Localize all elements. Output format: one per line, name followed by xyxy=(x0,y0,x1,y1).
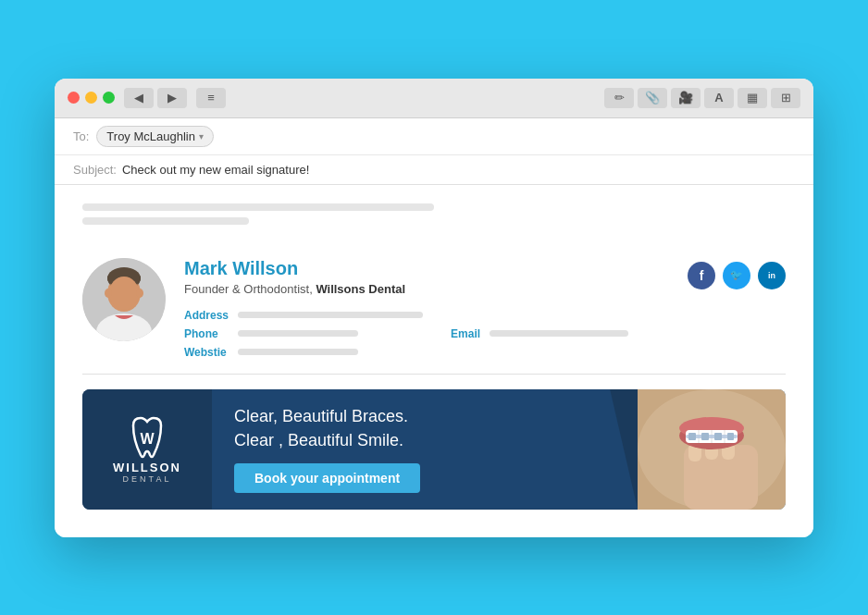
signature-card: Mark Willson Founder & Orthodontist, Wil… xyxy=(82,243,786,510)
grid-icon[interactable]: ⊞ xyxy=(771,88,800,108)
to-label: To: xyxy=(73,129,89,143)
email-value xyxy=(490,330,628,337)
tooth-logo: W WILLSON DENTAL xyxy=(113,414,181,485)
sig-title: Founder & Orthodontist, Willsons Dental xyxy=(184,282,669,296)
svg-point-7 xyxy=(105,289,112,298)
address-value xyxy=(238,312,423,318)
address-label: Address xyxy=(184,309,229,322)
chip-arrow: ▾ xyxy=(199,131,204,141)
to-row: To: Troy McLaughlin ▾ xyxy=(55,118,813,155)
svg-point-5 xyxy=(109,277,139,310)
ph-line-1 xyxy=(82,203,434,211)
phone-value xyxy=(238,330,358,337)
email-window: ◀ ▶ ≡ ✏ 📎 🎥 A ▦ ⊞ To: Troy McLaughlin ▾ … xyxy=(55,79,813,537)
email-label: Email xyxy=(451,327,480,340)
recipient-name: Troy McLaughlin xyxy=(106,129,195,143)
promo-banner: W WILLSON DENTAL Clear, Beautiful Braces… xyxy=(82,389,786,510)
banner-logo: W WILLSON DENTAL xyxy=(82,389,212,510)
svg-rect-25 xyxy=(714,433,722,440)
banner-content: Clear, Beautiful Braces. Clear , Beautif… xyxy=(212,389,638,510)
title-bar: ◀ ▶ ≡ ✏ 📎 🎥 A ▦ ⊞ xyxy=(55,79,813,118)
font-icon[interactable]: A xyxy=(704,88,734,108)
recipient-chip[interactable]: Troy McLaughlin ▾ xyxy=(96,126,214,147)
twitter-icon[interactable]: 🐦 xyxy=(723,262,750,289)
subject-label: Subject: xyxy=(73,163,117,177)
email-header: To: Troy McLaughlin ▾ Subject: Check out… xyxy=(55,118,813,185)
sig-name: Mark Willson xyxy=(184,258,669,279)
maximize-button[interactable] xyxy=(103,92,115,104)
svg-rect-23 xyxy=(688,433,696,440)
subject-text: Check out my new email signature! xyxy=(122,163,309,177)
nav-buttons: ◀ ▶ xyxy=(124,88,187,108)
compose-icon[interactable]: ✏ xyxy=(604,88,634,108)
toolbar-actions: ✏ 📎 🎥 A ▦ ⊞ xyxy=(604,88,800,108)
email-body: Mark Willson Founder & Orthodontist, Wil… xyxy=(55,185,813,537)
camera-icon[interactable]: 🎥 xyxy=(671,88,701,108)
facebook-icon[interactable]: f xyxy=(688,262,715,289)
website-value xyxy=(238,349,358,355)
traffic-lights xyxy=(68,92,115,104)
forward-icon[interactable]: ▶ xyxy=(157,88,187,108)
banner-tagline: Clear, Beautiful Braces. Clear , Beautif… xyxy=(234,405,615,451)
attach-icon[interactable]: 📎 xyxy=(638,88,667,108)
smile-illustration xyxy=(638,389,786,510)
banner-image xyxy=(638,389,786,510)
subject-row: Subject: Check out my new email signatur… xyxy=(55,155,813,184)
close-button[interactable] xyxy=(68,92,80,104)
avatar xyxy=(82,258,166,341)
minimize-button[interactable] xyxy=(85,92,97,104)
back-icon[interactable]: ◀ xyxy=(124,88,154,108)
sig-details: Mark Willson Founder & Orthodontist, Wil… xyxy=(184,258,669,359)
banner-brand-sub: DENTAL xyxy=(123,474,172,484)
website-label: Webstie xyxy=(184,346,229,359)
avatar-svg xyxy=(82,258,166,341)
svg-text:W: W xyxy=(140,431,155,447)
list-icon[interactable]: ≡ xyxy=(196,88,226,108)
ph-line-2 xyxy=(82,217,249,225)
linkedin-icon[interactable]: in xyxy=(758,262,786,289)
svg-point-8 xyxy=(136,289,143,298)
tooth-svg: W xyxy=(124,414,170,461)
book-appointment-button[interactable]: Book your appointment xyxy=(234,463,420,493)
sig-info: Mark Willson Founder & Orthodontist, Wil… xyxy=(82,243,786,375)
phone-label: Phone xyxy=(184,327,229,340)
svg-rect-24 xyxy=(701,433,709,440)
sig-fields: Address Phone Email Webstie xyxy=(184,309,669,359)
body-placeholder xyxy=(82,203,786,225)
image-icon[interactable]: ▦ xyxy=(738,88,767,108)
social-icons: f 🐦 in xyxy=(688,258,786,289)
svg-rect-26 xyxy=(727,433,734,440)
banner-brand-name: WILLSON xyxy=(113,461,181,475)
